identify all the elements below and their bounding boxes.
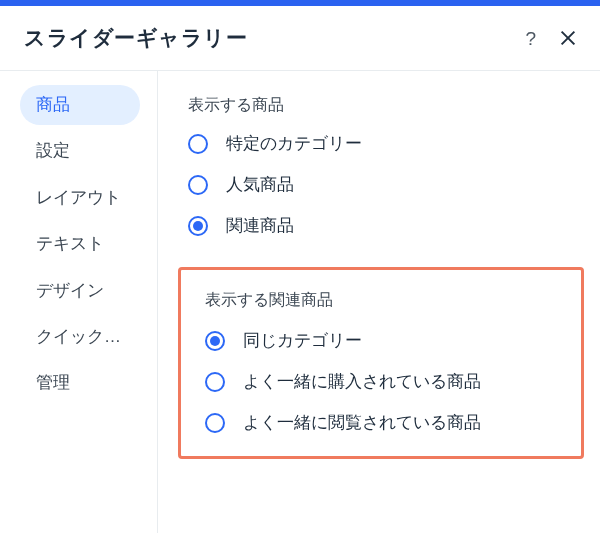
radio-icon bbox=[188, 134, 208, 154]
sidebar: 商品 設定 レイアウト テキスト デザイン クイックビュー 管理 bbox=[0, 71, 158, 533]
radio-option-specific-category[interactable]: 特定のカテゴリー bbox=[188, 132, 588, 155]
close-icon[interactable] bbox=[560, 30, 576, 46]
radio-label: 同じカテゴリー bbox=[243, 329, 362, 352]
radio-label: 人気商品 bbox=[226, 173, 294, 196]
radio-icon bbox=[205, 372, 225, 392]
radio-option-frequently-viewed[interactable]: よく一緒に閲覧されている商品 bbox=[205, 411, 557, 434]
dialog-header: スライダーギャラリー ? bbox=[0, 6, 600, 71]
sidebar-item-manage[interactable]: 管理 bbox=[20, 363, 140, 403]
radio-label: よく一緒に閲覧されている商品 bbox=[243, 411, 481, 434]
section-label-related-products: 表示する関連商品 bbox=[205, 290, 557, 311]
radio-label: 関連商品 bbox=[226, 214, 294, 237]
radio-option-frequently-bought[interactable]: よく一緒に購入されている商品 bbox=[205, 370, 557, 393]
sidebar-item-layout[interactable]: レイアウト bbox=[20, 178, 140, 218]
radio-label: 特定のカテゴリー bbox=[226, 132, 362, 155]
radio-option-same-category[interactable]: 同じカテゴリー bbox=[205, 329, 557, 352]
sidebar-item-label: クイックビュー bbox=[36, 327, 140, 346]
sidebar-item-quickview[interactable]: クイックビュー bbox=[20, 317, 140, 357]
radio-icon bbox=[188, 216, 208, 236]
header-actions: ? bbox=[525, 29, 576, 48]
sidebar-item-label: 商品 bbox=[36, 95, 70, 114]
radio-label: よく一緒に購入されている商品 bbox=[243, 370, 481, 393]
sidebar-item-design[interactable]: デザイン bbox=[20, 271, 140, 311]
sidebar-item-text[interactable]: テキスト bbox=[20, 224, 140, 264]
radio-icon bbox=[205, 413, 225, 433]
sidebar-item-label: 管理 bbox=[36, 373, 70, 392]
sidebar-item-settings[interactable]: 設定 bbox=[20, 131, 140, 171]
sidebar-item-label: デザイン bbox=[36, 281, 104, 300]
radio-group-related-products: 同じカテゴリー よく一緒に購入されている商品 よく一緒に閲覧されている商品 bbox=[205, 329, 557, 434]
section-label-display-products: 表示する商品 bbox=[188, 95, 588, 116]
sidebar-item-products[interactable]: 商品 bbox=[20, 85, 140, 125]
content-panel: 表示する商品 特定のカテゴリー 人気商品 関連商品 表示する関連商品 同じカテゴ… bbox=[158, 71, 600, 533]
radio-group-display-products: 特定のカテゴリー 人気商品 関連商品 bbox=[188, 132, 588, 237]
radio-option-related[interactable]: 関連商品 bbox=[188, 214, 588, 237]
highlight-box: 表示する関連商品 同じカテゴリー よく一緒に購入されている商品 よく一緒に閲覧さ… bbox=[178, 267, 584, 459]
radio-icon bbox=[205, 331, 225, 351]
radio-option-popular[interactable]: 人気商品 bbox=[188, 173, 588, 196]
radio-icon bbox=[188, 175, 208, 195]
dialog-title: スライダーギャラリー bbox=[24, 24, 247, 52]
sidebar-item-label: テキスト bbox=[36, 234, 104, 253]
help-icon[interactable]: ? bbox=[525, 29, 536, 48]
dialog-body: 商品 設定 レイアウト テキスト デザイン クイックビュー 管理 表示する商品 … bbox=[0, 71, 600, 533]
sidebar-item-label: レイアウト bbox=[36, 188, 121, 207]
sidebar-item-label: 設定 bbox=[36, 141, 70, 160]
